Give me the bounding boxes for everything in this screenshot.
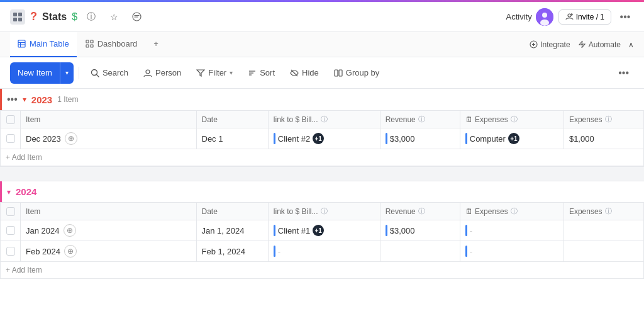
row-checkbox-jan2024[interactable] [6,226,15,235]
tab-bar: Main Table Dashboard + Integrate Automat… [0,32,644,57]
add-item-icon-dec2023[interactable]: ⊕ [65,132,77,145]
td-item-jan2024[interactable]: Jan 2024 ⊕ [21,220,197,241]
th-expenses1-2023[interactable]: 🗓 Expenses ⓘ [460,111,564,128]
add-item-2023[interactable]: + Add Item [1,149,644,166]
add-tab-icon: + [153,39,158,48]
th-check-2023[interactable] [1,111,21,128]
th-revenue-2023[interactable]: Revenue ⓘ [380,111,460,128]
th-link-info-2023[interactable]: ⓘ [321,115,328,124]
td-item-feb2024[interactable]: Feb 2024 ⊕ [21,241,197,262]
integrate-action[interactable]: Integrate [530,40,570,49]
th-check-2024[interactable] [1,203,21,220]
filter-label: Filter [208,68,226,77]
td-check-dec2023[interactable] [1,128,21,149]
td-item-dec2023[interactable]: Dec 2023 ⊕ [21,128,197,149]
filter-button[interactable]: Filter ▾ [190,63,239,83]
person-icon [143,69,152,77]
td-expenses1-dec2023: Computer +1 [460,128,564,149]
new-item-button[interactable]: New Item ▾ [10,62,74,84]
add-item-icon-jan2024[interactable]: ⊕ [64,224,76,237]
new-item-label: New Item [10,68,60,77]
th-item-2024[interactable]: Item [21,203,197,220]
group-2023-more[interactable]: ••• [7,94,18,105]
header-checkbox-2023[interactable] [6,115,15,124]
th-date-2023[interactable]: Date [196,111,268,128]
td-date-dec2023: Dec 1 [196,128,268,149]
automate-action[interactable]: Automate [578,40,621,49]
svg-rect-0 [13,13,17,16]
td-link-dec2023: Client #2 +1 [268,128,380,149]
group-by-button[interactable]: Group by [328,63,386,83]
add-item-icon-feb2024[interactable]: ⊕ [64,245,77,258]
tab-main-table[interactable]: Main Table [10,32,77,57]
th-exp1-info-2024[interactable]: ⓘ [511,207,518,216]
td-check-jan2024[interactable] [1,220,21,241]
link-bar-jan2024 [274,225,275,236]
svg-point-7 [540,20,549,26]
expenses-chip-dec2023[interactable]: +1 [508,133,519,144]
table-2023-header-row: Item Date link to $ Bill... ⓘ Revenue ⓘ … [1,111,644,128]
td-check-feb2024[interactable] [1,241,21,262]
td-date-feb2024: Feb 1, 2024 [196,241,268,262]
th-revenue-2024[interactable]: Revenue ⓘ [380,203,460,220]
th-exp2-info-2024[interactable]: ⓘ [605,207,612,216]
top-header: ? Stats $ ⓘ ☆ Activity Invite / 1 ••• [0,2,644,32]
group-2023-count: 1 Item [57,95,78,104]
sort-button[interactable]: Sort [242,63,281,83]
svg-line-21 [96,74,99,77]
th-expenses2-2023[interactable]: Expenses ⓘ [564,111,643,128]
td-revenue-dec2023: $3,000 [380,128,460,149]
link-chip-dec2023[interactable]: +1 [313,133,324,144]
row-checkbox-dec2023[interactable] [6,134,15,143]
person-button[interactable]: Person [137,63,187,83]
add-row-2023[interactable]: + Add Item [1,149,644,166]
svg-rect-11 [18,40,25,47]
th-link-2023[interactable]: link to $ Bill... ⓘ [268,111,380,128]
group-2023-title[interactable]: 2023 [31,94,52,105]
svg-point-6 [542,13,547,18]
th-revenue-info-2023[interactable]: ⓘ [418,115,425,124]
activity-button[interactable]: Activity [506,8,553,26]
question-mark: ? [30,10,37,23]
tab-dashboard[interactable]: Dashboard [78,32,145,57]
info-icon-header[interactable]: ⓘ [82,8,100,26]
th-expenses2-2024[interactable]: Expenses ⓘ [564,203,643,220]
th-expenses1-2024[interactable]: 🗓 Expenses ⓘ [460,203,564,220]
group-2024-title[interactable]: 2024 [16,186,36,197]
invite-button[interactable]: Invite / 1 [558,9,611,25]
expenses-bar-dec2023 [465,133,467,144]
search-button[interactable]: Search [84,63,135,83]
tab-add[interactable]: + [146,32,166,57]
group-2024-chevron[interactable]: ▾ [7,188,11,196]
td-link-feb2024: - [268,241,380,262]
th-revenue-info-2024[interactable]: ⓘ [418,207,425,216]
svg-rect-15 [86,40,89,43]
td-revenue-feb2024 [380,241,460,262]
td-expenses2-jan2024 [564,220,643,241]
group-2023-chevron[interactable]: ▾ [23,95,26,104]
revenue-bar-jan2024 [386,225,387,236]
link-chip-jan2024[interactable]: +1 [313,225,324,236]
hide-button[interactable]: Hide [284,63,325,83]
th-exp1-info-2023[interactable]: ⓘ [511,115,518,124]
th-link-info-2024[interactable]: ⓘ [321,207,328,216]
new-item-chevron-icon[interactable]: ▾ [60,62,74,84]
add-row-2024[interactable]: + Add Item [1,262,644,279]
th-exp2-info-2023[interactable]: ⓘ [605,115,612,124]
header-checkbox-2024[interactable] [6,207,15,216]
svg-rect-18 [91,45,93,47]
header-more-button[interactable]: ••• [616,8,634,26]
toolbar-more-button[interactable]: ••• [613,65,634,81]
collapse-action[interactable]: ∧ [628,40,634,49]
star-icon-header[interactable]: ☆ [105,8,123,26]
row-checkbox-feb2024[interactable] [6,247,15,256]
th-date-2024[interactable]: Date [196,203,268,220]
table-2024: Item Date link to $ Bill... ⓘ Revenue ⓘ … [0,202,644,279]
td-expenses2-feb2024 [564,241,643,262]
chat-icon-header[interactable] [128,8,145,26]
add-item-2024[interactable]: + Add Item [1,262,644,279]
th-link-2024[interactable]: link to $ Bill... ⓘ [268,203,380,220]
th-item-2023[interactable]: Item [21,111,197,128]
activity-label: Activity [506,12,531,21]
toolbar: New Item ▾ Search Person Filter ▾ Sort H… [0,57,644,89]
